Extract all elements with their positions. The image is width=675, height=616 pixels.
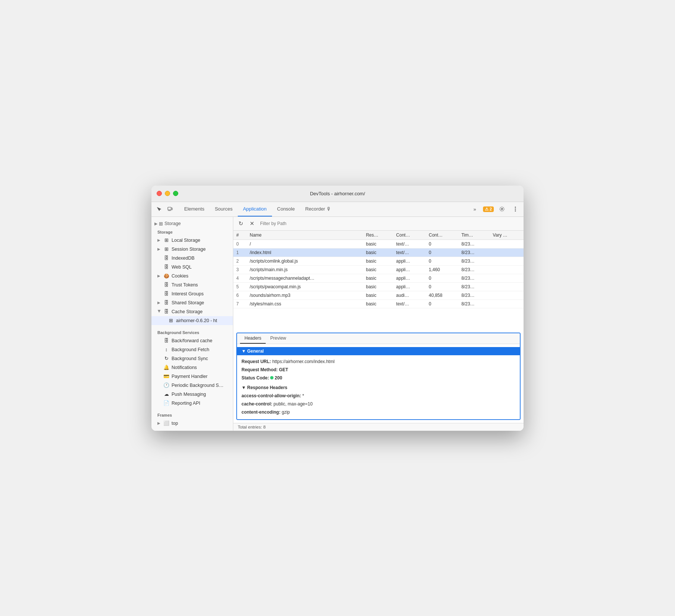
expand-arrow-cookies: ▶ xyxy=(157,274,161,278)
sidebar-item-reporting-api[interactable]: ▶ 📄 Reporting API xyxy=(151,399,233,408)
request-method-row: Request Method: GET xyxy=(241,366,515,374)
status-code-row: Status Code: 200 xyxy=(241,374,515,382)
panel-toolbar: ↻ ✕ xyxy=(233,217,524,231)
table-row[interactable]: 0/basictext/…08/23… xyxy=(233,240,524,248)
col-time: Tim… xyxy=(458,231,490,240)
minimize-button[interactable] xyxy=(165,191,170,196)
cache-storage-icon: 🗄 xyxy=(163,309,169,315)
sidebar-item-top[interactable]: ▶ ⬜ top xyxy=(151,419,233,428)
tabbar-right: » ⚠ 2 xyxy=(470,204,521,214)
request-method-label: Request Method: xyxy=(241,367,278,372)
sidebar-item-payment-handler[interactable]: ▶ 💳 Payment Handler xyxy=(151,372,233,381)
titlebar: DevTools - airhorner.com/ xyxy=(151,186,524,202)
sidebar-item-periodic-bg[interactable]: ▶ 🕐 Periodic Background S… xyxy=(151,381,233,390)
tab-preview[interactable]: Preview xyxy=(266,333,291,344)
table-row[interactable]: 3/scripts/main.min.jsbasicappli…1,4608/2… xyxy=(233,265,524,274)
sidebar-item-shared-storage[interactable]: ▶ 🗄 Shared Storage xyxy=(151,298,233,307)
refresh-button[interactable]: ↻ xyxy=(236,219,245,228)
expand-arrow-session: ▶ xyxy=(157,247,161,251)
detail-tabs: Headers Preview xyxy=(237,333,520,344)
cookies-icon: 🍪 xyxy=(163,273,169,279)
tab-headers[interactable]: Headers xyxy=(240,333,266,344)
cc-value: public, max-age=10 xyxy=(273,401,313,407)
bg-sync-icon: ↻ xyxy=(163,356,169,362)
warning-badge[interactable]: ⚠ 2 xyxy=(483,206,494,212)
acao-value: * xyxy=(302,393,304,398)
sidebar-item-push-messaging[interactable]: ▶ ☁ Push Messaging xyxy=(151,390,233,399)
col-res: Res… xyxy=(363,231,393,240)
sidebar-item-session-storage[interactable]: ▶ ⊞ Session Storage xyxy=(151,245,233,254)
sidebar-item-local-storage[interactable]: ▶ ⊞ Local Storage xyxy=(151,236,233,245)
web-sql-icon: 🗄 xyxy=(163,264,169,270)
tab-application[interactable]: Application xyxy=(238,202,272,216)
table-row[interactable]: 7/styles/main.cssbasictext/…08/23… xyxy=(233,299,524,308)
sidebar-item-cache-entry[interactable]: ⊞ airhorner-0.6.20 - ht xyxy=(151,316,233,325)
svg-rect-1 xyxy=(172,208,173,210)
tab-console[interactable]: Console xyxy=(272,202,300,216)
tab-sources[interactable]: Sources xyxy=(209,202,238,216)
col-name: Name xyxy=(247,231,363,240)
filter-input[interactable] xyxy=(259,220,521,227)
sidebar: ▶ ⊞ Storage Storage ▶ ⊞ Local Storage ▶ … xyxy=(151,217,233,431)
response-headers-title[interactable]: ▼ Response Headers xyxy=(241,385,515,390)
table-row[interactable]: 6/sounds/airhorn.mp3basicaudi…40,8588/23… xyxy=(233,291,524,299)
bg-fetch-icon: ↕ xyxy=(163,347,169,353)
main-panel: ↻ ✕ # Name Res… Cont… Cont… xyxy=(233,217,524,431)
cursor-icon[interactable] xyxy=(154,205,163,214)
settings-button[interactable] xyxy=(497,204,507,214)
window-title: DevTools - airhorner.com/ xyxy=(310,191,365,196)
general-section-title[interactable]: ▼ General xyxy=(237,347,520,355)
expand-arrow-local: ▶ xyxy=(157,238,161,242)
table-row[interactable]: 5/scripts/pwacompat.min.jsbasicappli…08/… xyxy=(233,282,524,291)
clear-button[interactable]: ✕ xyxy=(247,219,256,228)
notifications-icon: 🔔 xyxy=(163,365,169,370)
device-icon[interactable] xyxy=(166,205,175,214)
sidebar-item-back-forward[interactable]: ▶ 🗄 Back/forward cache xyxy=(151,336,233,345)
response-headers-section: ▼ Response Headers access-control-allow-… xyxy=(241,385,515,416)
sidebar-item-bg-fetch[interactable]: ▶ ↕ Background Fetch xyxy=(151,345,233,354)
sidebar-item-cache-storage[interactable]: ▶ 🗄 Cache Storage xyxy=(151,307,233,316)
cc-key: cache-control: xyxy=(241,401,272,407)
tab-recorder[interactable]: Recorder 🎙 xyxy=(300,202,336,216)
sidebar-item-web-sql[interactable]: ▶ 🗄 Web SQL xyxy=(151,263,233,272)
table-row[interactable]: 4/scripts/messagechanneladapt…basicappli… xyxy=(233,274,524,282)
svg-point-5 xyxy=(515,207,516,208)
payment-handler-icon: 💳 xyxy=(163,373,169,379)
table-row[interactable]: 1/index.htmlbasictext/…08/23… xyxy=(233,248,524,257)
sidebar-item-trust-tokens[interactable]: ▶ 🗄 Trust Tokens xyxy=(151,280,233,289)
fullscreen-button[interactable] xyxy=(173,191,178,196)
status-code-value: 200 xyxy=(270,375,282,381)
storage-section-label: Storage xyxy=(151,228,233,236)
ce-key: content-encoding: xyxy=(241,410,281,415)
trust-tokens-icon: 🗄 xyxy=(163,282,169,288)
status-dot xyxy=(270,376,273,379)
request-url-label: Request URL: xyxy=(241,359,271,364)
request-url-row: Request URL: https://airhorner.com/index… xyxy=(241,357,515,366)
sidebar-item-bg-sync[interactable]: ▶ ↻ Background Sync xyxy=(151,354,233,363)
svg-point-6 xyxy=(515,209,516,210)
sidebar-item-notifications[interactable]: ▶ 🔔 Notifications xyxy=(151,363,233,372)
status-code-label: Status Code: xyxy=(241,375,269,381)
response-header-row-2: content-encoding: gzip xyxy=(241,408,515,416)
col-vary: Vary … xyxy=(490,231,524,240)
svg-point-4 xyxy=(501,208,503,210)
more-tabs-button[interactable]: » xyxy=(470,204,480,214)
tab-elements[interactable]: Elements xyxy=(179,202,209,216)
ce-value: gzip xyxy=(282,410,290,415)
footer: Total entries: 8 xyxy=(233,423,524,431)
close-button[interactable] xyxy=(157,191,162,196)
response-header-row-1: cache-control: public, max-age=10 xyxy=(241,400,515,408)
acao-key: access-control-allow-origin: xyxy=(241,393,301,398)
tabbar-icons xyxy=(154,205,175,214)
table-row[interactable]: 2/scripts/comlink.global.jsbasicappli…08… xyxy=(233,257,524,265)
shared-storage-icon: 🗄 xyxy=(163,300,169,306)
svg-point-7 xyxy=(515,211,516,212)
total-entries: Total entries: 8 xyxy=(238,425,266,429)
sidebar-item-interest-groups[interactable]: ▶ 🗄 Interest Groups xyxy=(151,289,233,298)
sidebar-item-storage-scroll[interactable]: ▶ ⊞ Storage xyxy=(151,220,233,228)
more-options-button[interactable] xyxy=(510,204,521,214)
sidebar-item-indexeddb[interactable]: ▶ 🗄 IndexedDB xyxy=(151,254,233,263)
indexeddb-icon: 🗄 xyxy=(163,255,169,261)
tabbar: Elements Sources Application Console Rec… xyxy=(151,202,524,217)
sidebar-item-cookies[interactable]: ▶ 🍪 Cookies xyxy=(151,272,233,280)
